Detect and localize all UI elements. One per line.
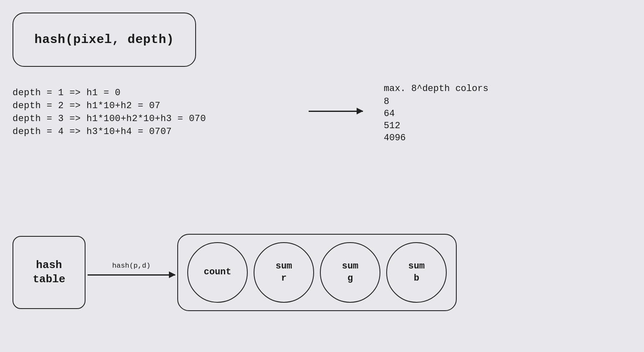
circle-sum-g: sumg: [320, 242, 380, 303]
right-value-2: 512: [384, 121, 488, 131]
equation-line-4: depth = 4 => h3*10+h4 = 0707: [13, 127, 206, 137]
equation-line-3: depth = 3 => h1*100+h2*10+h3 = 070: [13, 114, 206, 124]
right-values-list: 8 64 512 4096: [384, 96, 488, 143]
circle-sum-b-label: sumb: [408, 261, 425, 284]
right-value-1: 64: [384, 109, 488, 119]
equation-line-1: depth = 1 => h1 = 0: [13, 88, 206, 98]
middle-arrow: [309, 111, 363, 112]
circle-count-label: count: [204, 266, 231, 279]
middle-arrow-line: [309, 111, 363, 112]
circle-sum-g-label: sumg: [342, 261, 359, 284]
equation-line-2: depth = 2 => h1*10+h2 = 07: [13, 101, 206, 111]
hash-table-label: hashtable: [33, 258, 65, 287]
circle-sum-b: sumb: [386, 242, 447, 303]
circles-container: count sumr sumg sumb: [177, 234, 457, 311]
top-box-label: hash(pixel, depth): [35, 33, 174, 47]
right-values-title: max. 8^depth colors: [384, 84, 488, 94]
bottom-arrow-line: [88, 274, 175, 276]
bottom-arrow-label: hash(p,d): [112, 262, 151, 270]
right-value-0: 8: [384, 96, 488, 107]
bottom-arrow-container: hash(p,d): [86, 269, 177, 276]
equations-section: depth = 1 => h1 = 0 depth = 2 => h1*10+h…: [13, 88, 206, 137]
circle-count: count: [187, 242, 248, 303]
page: hash(pixel, depth) depth = 1 => h1 = 0 d…: [0, 0, 644, 352]
top-box: hash(pixel, depth): [13, 13, 196, 67]
right-values-section: max. 8^depth colors 8 64 512 4096: [384, 84, 488, 143]
bottom-section: hashtable hash(p,d) count sumr sumg sumb: [13, 234, 457, 311]
equations-list: depth = 1 => h1 = 0 depth = 2 => h1*10+h…: [13, 88, 206, 137]
right-value-3: 4096: [384, 133, 488, 143]
circle-sum-r: sumr: [254, 242, 314, 303]
circle-sum-r-label: sumr: [276, 261, 292, 284]
hash-table-box: hashtable: [13, 236, 86, 309]
